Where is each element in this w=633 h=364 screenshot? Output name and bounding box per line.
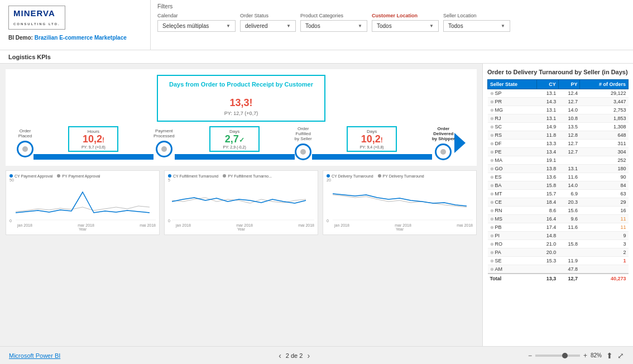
table-row: ⊕RJ13.110.81,853	[488, 114, 629, 123]
row-cy: 15.3	[537, 257, 559, 265]
product-categories-filter: Product Categories Todos ▼	[300, 13, 367, 32]
row-state: ⊕RO	[488, 240, 537, 248]
order-status-select[interactable]: delivered ▼	[240, 20, 296, 32]
bottom-bar: Microsoft Power BI ‹ 2 de 2 › − + 82% ⬆ …	[0, 346, 633, 364]
delivery-x-labels: jan 2018 mar 2018 mai 2018	[327, 223, 473, 227]
expand-btn[interactable]: ⊕	[490, 183, 494, 188]
prev-page-button[interactable]: ‹	[279, 351, 281, 360]
row-state: ⊕PB	[488, 223, 537, 232]
expand-btn[interactable]: ⊕	[490, 124, 494, 130]
row-orders: 29,122	[580, 89, 629, 98]
delivery-chart-inner	[333, 178, 473, 223]
order-status-label: Order Status	[240, 13, 296, 18]
row-state: ⊕MS	[488, 215, 537, 223]
row-orders: 11	[580, 215, 629, 223]
powerbi-link[interactable]: Microsoft Power BI	[9, 352, 60, 359]
fullscreen-icon[interactable]: ⤢	[617, 351, 624, 360]
col-seller-state: Seller State	[488, 80, 537, 89]
flow-node-order-placed: OrderPlaced	[17, 128, 33, 157]
expand-btn[interactable]: ⊕	[490, 200, 494, 205]
row-orders: 311	[580, 140, 629, 148]
expand-btn[interactable]: ⊕	[490, 166, 494, 171]
page-info: 2 de 2	[286, 352, 303, 359]
payment-svg	[16, 178, 156, 223]
product-categories-label: Product Categories	[300, 13, 367, 18]
delivery-py-label: PY Delivery Turnaround	[383, 174, 424, 178]
expand-btn[interactable]: ⊕	[490, 208, 494, 213]
row-cy: 16.4	[537, 215, 559, 223]
table-row: ⊕PA20.02	[488, 248, 629, 257]
next-page-button[interactable]: ›	[307, 351, 310, 360]
fulfillment-chart-legend: CY Fulfillment Turnaround PY Fulfillment…	[168, 174, 314, 178]
payment-y-axis: 50 0	[9, 178, 16, 223]
expand-btn[interactable]: ⊕	[490, 175, 494, 180]
row-state: ⊕RN	[488, 207, 537, 215]
table-total-row: Total 13,3 12,7 40,273	[488, 274, 629, 283]
expand-btn[interactable]: ⊕	[490, 258, 494, 264]
table-row: ⊕AM47.8	[488, 265, 629, 274]
expand-btn[interactable]: ⊕	[490, 116, 494, 121]
delivery-x-mai: mai 2018	[457, 223, 473, 227]
fulfillment-py-dot	[223, 174, 226, 178]
share-icon[interactable]: ⬆	[606, 351, 613, 360]
fulfillment-y-axis: 5 0	[168, 178, 172, 223]
expand-btn[interactable]: ⊕	[490, 250, 494, 255]
page-title: Logistics KPIs	[0, 50, 633, 64]
expand-btn[interactable]: ⊕	[490, 158, 494, 163]
row-py: 13.1	[558, 165, 580, 173]
expand-btn[interactable]: ⊕	[490, 191, 494, 197]
calendar-select[interactable]: Seleções múltiplas ▼	[157, 20, 236, 32]
minerva-text: MINERVA	[13, 8, 55, 18]
metric-py-3: PY: 9,4 (+0,8)	[352, 145, 391, 149]
row-cy: 11.8	[537, 131, 559, 140]
node-label-payment: PaymentProcessed	[154, 128, 175, 138]
fulfillment-py-line	[172, 198, 306, 203]
expand-btn[interactable]: ⊕	[490, 133, 494, 138]
row-cy: 13.6	[537, 173, 559, 181]
row-orders: 29	[580, 198, 629, 207]
kpi-center-exclamation: !	[250, 97, 253, 108]
row-orders: 3	[580, 240, 629, 248]
payment-cy-line	[16, 192, 150, 213]
expand-btn[interactable]: ⊕	[490, 91, 494, 96]
zoom-slider[interactable]	[535, 355, 580, 357]
expand-btn[interactable]: ⊕	[490, 99, 494, 104]
expand-btn[interactable]: ⊕	[490, 267, 494, 272]
customer-location-select[interactable]: Todos ▼	[372, 20, 439, 32]
payment-x-title: Year	[9, 227, 156, 231]
expand-btn[interactable]: ⊕	[490, 108, 494, 113]
expand-btn[interactable]: ⊕	[490, 242, 494, 247]
customer-location-value: Todos	[377, 23, 392, 29]
payment-x-labels: jan 2018 mar 2018 mai 2018	[9, 223, 156, 227]
row-state: ⊕RJ	[488, 114, 537, 123]
row-orders: 11	[580, 223, 629, 232]
payment-py-label: PY Payment Approval	[62, 174, 100, 178]
flow-segment-2: Days 2,7✓ PY: 2,9 (-0,2)	[175, 126, 295, 160]
expand-btn[interactable]: ⊕	[490, 217, 494, 222]
zoom-in-icon[interactable]: +	[583, 352, 587, 360]
table-row: ⊕SP13.112.429,122	[488, 89, 629, 98]
fulfillment-chart-box: CY Fulfillment Turnaround PY Fulfillment…	[164, 170, 318, 235]
row-state: ⊕CE	[488, 198, 537, 207]
seller-location-select[interactable]: Todos ▼	[443, 20, 510, 32]
expand-btn[interactable]: ⊕	[490, 233, 494, 238]
order-status-filter: Order Status delivered ▼	[240, 13, 296, 32]
row-cy: 18.4	[537, 198, 559, 207]
expand-btn[interactable]: ⊕	[490, 225, 494, 230]
metric-value-2: 2,7✓	[215, 134, 254, 145]
delivery-x-title: Year	[327, 227, 473, 231]
row-cy: 21.0	[537, 240, 559, 248]
row-py: 12.4	[558, 89, 580, 98]
product-categories-value: Todos	[305, 23, 320, 29]
product-categories-select[interactable]: Todos ▼	[300, 20, 367, 32]
zoom-out-icon[interactable]: −	[528, 352, 532, 360]
payment-chart-inner	[16, 178, 156, 223]
delivery-py-line	[333, 195, 467, 207]
row-orders: 84	[580, 181, 629, 190]
table-row: ⊕DF13.312.7311	[488, 140, 629, 148]
row-cy: 13.3	[537, 140, 559, 148]
table-row: ⊕CE18.420.329	[488, 198, 629, 207]
expand-btn[interactable]: ⊕	[490, 150, 494, 155]
expand-btn[interactable]: ⊕	[490, 141, 494, 146]
metric-value-3: 10,2!	[352, 134, 391, 145]
